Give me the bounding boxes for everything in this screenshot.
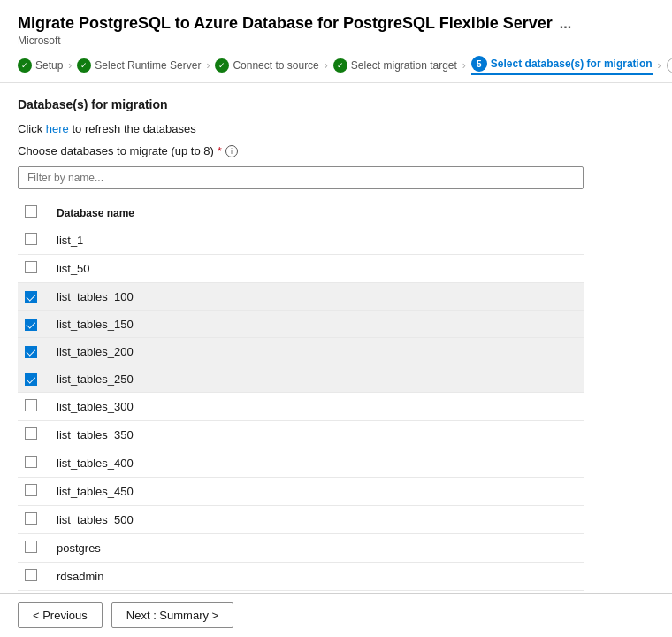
wizard-steps: ✓ Setup › ✓ Select Runtime Server › ✓ Co… <box>0 47 672 83</box>
table-row[interactable]: list_50 <box>18 255 584 283</box>
step-check-icon: ✓ <box>215 58 229 73</box>
row-checkbox-cell <box>18 478 50 506</box>
db-name-cell: list_tables_300 <box>50 393 584 421</box>
db-name-cell: list_tables_500 <box>50 506 584 534</box>
select-all-checkbox[interactable] <box>25 205 37 218</box>
step-setup[interactable]: ✓ Setup <box>18 58 63 73</box>
db-name-cell: list_tables_150 <box>50 311 584 338</box>
required-indicator: * <box>218 144 222 157</box>
row-checkbox-cell <box>18 255 50 283</box>
step-sep-1: › <box>68 59 72 72</box>
refresh-link[interactable]: here <box>46 122 69 135</box>
table-row[interactable]: list_tables_200 <box>18 338 584 365</box>
table-row[interactable]: list_tables_250 <box>18 365 584 393</box>
step-active-number: 5 <box>471 56 487 72</box>
db-name-cell: list_tables_350 <box>50 421 584 449</box>
row-checkbox-cell <box>18 393 50 421</box>
row-checkbox-cell <box>18 534 50 563</box>
step-check-icon: ✓ <box>77 58 91 73</box>
table-row[interactable]: list_tables_100 <box>18 283 584 311</box>
db-name-cell: list_tables_100 <box>50 283 584 311</box>
step-check-icon: ✓ <box>18 58 32 73</box>
row-checkbox-cell <box>18 421 50 449</box>
step-target[interactable]: ✓ Select migration target <box>333 58 457 73</box>
step-check-icon: ✓ <box>333 58 347 73</box>
refresh-text: Click here to refresh the databases <box>18 122 654 135</box>
row-checkbox-cell <box>18 338 50 365</box>
db-name-cell: list_tables_250 <box>50 365 584 393</box>
step-label: Select database(s) for migration <box>491 58 653 70</box>
db-name-cell: list_1 <box>50 226 584 255</box>
db-name-header: Database name <box>50 200 584 226</box>
row-checkbox[interactable] <box>25 456 37 468</box>
step-label: Select Runtime Server <box>95 59 201 72</box>
step-label: Setup <box>35 59 63 72</box>
row-checkbox[interactable] <box>25 373 37 386</box>
title-text: Migrate PostgreSQL to Azure Database for… <box>18 14 553 33</box>
filter-input[interactable] <box>18 166 584 189</box>
step-sep-5: › <box>658 59 661 72</box>
table-row[interactable]: list_tables_500 <box>18 506 584 534</box>
database-table: Database name list_1 list_50 list_tables… <box>18 200 584 591</box>
step-sep-3: › <box>325 59 328 72</box>
table-row[interactable]: list_tables_400 <box>18 449 584 478</box>
row-checkbox-cell <box>18 449 50 478</box>
row-checkbox-cell <box>18 283 50 311</box>
db-name-cell: postgres <box>50 534 584 563</box>
table-row[interactable]: list_tables_350 <box>18 421 584 449</box>
step-label: Select migration target <box>351 59 457 72</box>
info-icon[interactable]: i <box>225 145 238 157</box>
row-checkbox-cell <box>18 226 50 255</box>
db-name-cell: rdsadmin <box>50 563 584 591</box>
row-checkbox-cell <box>18 365 50 393</box>
step-databases[interactable]: 5 Select database(s) for migration <box>471 56 653 75</box>
step-sep-2: › <box>206 59 210 72</box>
row-checkbox[interactable] <box>25 512 37 525</box>
row-checkbox-cell <box>18 311 50 338</box>
row-checkbox[interactable] <box>25 318 37 331</box>
table-row[interactable]: list_tables_150 <box>18 311 584 338</box>
step-summary[interactable]: 6 Summary <box>667 58 672 73</box>
main-content: Database(s) for migration Click here to … <box>0 83 672 605</box>
step-connect[interactable]: ✓ Connect to source <box>215 58 318 73</box>
table-row[interactable]: list_tables_300 <box>18 393 584 421</box>
menu-icon[interactable]: ... <box>560 16 571 32</box>
choose-text: Choose databases to migrate (up to 8) <box>18 144 214 157</box>
row-checkbox[interactable] <box>25 427 37 440</box>
refresh-prefix: Click <box>18 122 46 135</box>
row-checkbox[interactable] <box>25 484 37 496</box>
row-checkbox[interactable] <box>25 541 37 553</box>
row-checkbox[interactable] <box>25 261 37 273</box>
footer-nav: < Previous Next : Summary > <box>0 593 672 637</box>
row-checkbox-cell <box>18 506 50 534</box>
table-row[interactable]: rdsadmin <box>18 563 584 591</box>
table-row[interactable]: postgres <box>18 534 584 563</box>
row-checkbox[interactable] <box>25 569 37 581</box>
page-header: Migrate PostgreSQL to Azure Database for… <box>0 0 672 47</box>
previous-button[interactable]: < Previous <box>18 602 103 628</box>
row-checkbox-cell <box>18 563 50 591</box>
table-row[interactable]: list_tables_450 <box>18 478 584 506</box>
page-title: Migrate PostgreSQL to Azure Database for… <box>18 14 654 33</box>
select-all-header <box>18 200 50 226</box>
step-runtime[interactable]: ✓ Select Runtime Server <box>77 58 201 73</box>
row-checkbox[interactable] <box>25 346 37 358</box>
step-sep-4: › <box>462 59 466 72</box>
section-title: Database(s) for migration <box>18 97 654 111</box>
table-row[interactable]: list_1 <box>18 226 584 255</box>
db-name-cell: list_tables_400 <box>50 449 584 478</box>
next-button[interactable]: Next : Summary > <box>111 602 233 628</box>
refresh-suffix: to refresh the databases <box>69 122 196 135</box>
step-label: Connect to source <box>233 59 318 72</box>
row-checkbox[interactable] <box>25 233 37 245</box>
choose-label: Choose databases to migrate (up to 8) * … <box>18 144 654 157</box>
db-name-cell: list_tables_450 <box>50 478 584 506</box>
db-name-cell: list_50 <box>50 255 584 283</box>
row-checkbox[interactable] <box>25 291 37 303</box>
row-checkbox[interactable] <box>25 399 37 411</box>
page-subtitle: Microsoft <box>18 35 654 47</box>
step-number-icon: 6 <box>667 58 672 73</box>
db-name-cell: list_tables_200 <box>50 338 584 365</box>
